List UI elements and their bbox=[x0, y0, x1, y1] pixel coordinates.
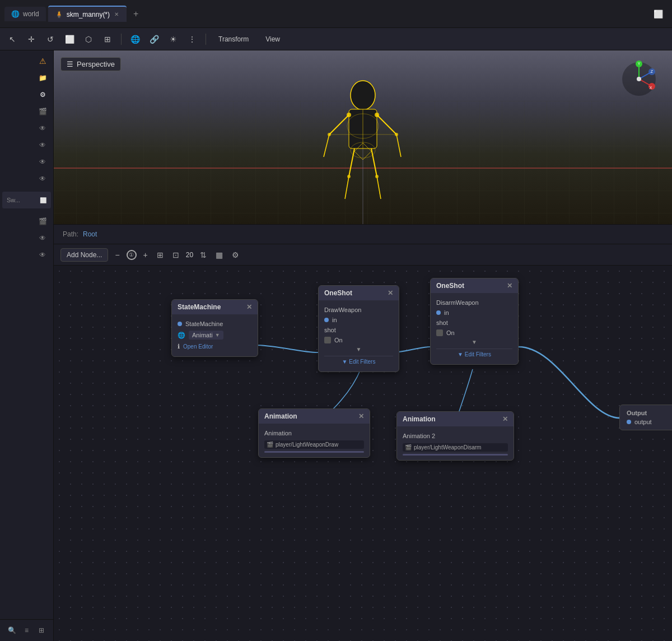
oneshot2-anim-row: DisarmWeapon bbox=[436, 298, 512, 308]
step-icon[interactable]: ① bbox=[127, 250, 137, 260]
animation2-path: 🎬 player/LightWeaponDisarm bbox=[403, 443, 508, 452]
animation1-node[interactable]: Animation ✕ Animation 🎬 player/LightWeap… bbox=[258, 408, 370, 458]
svg-point-21 bbox=[375, 175, 379, 178]
snap-tool-icon[interactable]: ⊞ bbox=[100, 31, 115, 47]
animation2-progress bbox=[403, 454, 508, 456]
animation1-type-label: Animation bbox=[264, 430, 292, 436]
tab-bar: 🌐 world 🧍 skm_manny(*) ✕ + bbox=[4, 6, 654, 22]
oneshot2-on-checkbox[interactable] bbox=[436, 329, 443, 336]
eye-icon-1[interactable]: 👁 bbox=[36, 122, 49, 134]
list-sidebar-icon[interactable]: ≡ bbox=[20, 624, 32, 637]
toolbar-separator-1 bbox=[121, 34, 122, 45]
skm-manny-tab-label: skm_manny(*) bbox=[67, 11, 110, 18]
scale-tool-icon[interactable]: ⬜ bbox=[62, 31, 77, 47]
eye-icon-4[interactable]: 👁 bbox=[36, 173, 49, 185]
camera-icon[interactable]: 🎬 bbox=[36, 105, 49, 118]
eye-icon-3[interactable]: 👁 bbox=[36, 156, 49, 168]
zoom-in-icon[interactable]: + bbox=[141, 248, 150, 262]
sidebar-eye-6-icon[interactable]: 👁 bbox=[36, 249, 49, 261]
tab-close-button[interactable]: ✕ bbox=[113, 10, 120, 18]
svg-line-8 bbox=[396, 134, 401, 157]
tab-skm-manny[interactable]: 🧍 skm_manny(*) ✕ bbox=[48, 6, 127, 22]
animation-chevron-icon: ▼ bbox=[215, 332, 220, 338]
animation1-path-text: player/LightWeaponDraw bbox=[276, 442, 338, 448]
open-editor-icon: ℹ bbox=[178, 343, 180, 350]
oneshot2-close[interactable]: ✕ bbox=[507, 282, 512, 290]
oneshot1-expand[interactable]: ▼ bbox=[324, 345, 393, 354]
connect-icon[interactable]: ⊞ bbox=[155, 248, 166, 262]
add-node-button[interactable]: Add Node... bbox=[60, 248, 108, 262]
settings-icon[interactable]: ⋮ bbox=[184, 31, 200, 47]
svg-text:Z: Z bbox=[651, 69, 654, 73]
grid-view-icon[interactable]: ▦ bbox=[213, 248, 225, 262]
search-sidebar-icon[interactable]: 🔍 bbox=[6, 624, 18, 637]
sidebar-sw-strip[interactable]: Sw... ⬜ bbox=[2, 192, 51, 208]
eye-icon-2[interactable]: 👁 bbox=[36, 139, 49, 151]
animation1-progress bbox=[264, 451, 364, 453]
node-canvas[interactable]: StateMachine ✕ StateMachine 🌐 Animati bbox=[54, 266, 672, 641]
output-node[interactable]: Output output bbox=[619, 405, 672, 430]
open-editor-row[interactable]: ℹ Open Editor bbox=[178, 341, 252, 352]
node-graph[interactable]: StateMachine ✕ StateMachine 🌐 Animati bbox=[54, 266, 672, 641]
warning-icon[interactable]: ⚠ bbox=[36, 55, 49, 67]
state-machine-node[interactable]: StateMachine ✕ StateMachine 🌐 Animati bbox=[171, 299, 258, 357]
animation-select[interactable]: Animati ▼ bbox=[189, 331, 223, 340]
zoom-level: 20 bbox=[186, 251, 193, 259]
grid-sidebar-icon[interactable]: ⊞ bbox=[35, 624, 48, 637]
svg-line-10 bbox=[345, 176, 349, 199]
oneshot1-node[interactable]: OneShot ✕ DrawWeapon in shot bbox=[318, 285, 399, 372]
sidebar-eye-5-icon[interactable]: 👁 bbox=[36, 232, 49, 244]
svg-line-9 bbox=[349, 148, 354, 176]
animation2-body: Animation 2 🎬 player/LightWeaponDisarm bbox=[397, 426, 514, 460]
settings-sidebar-icon[interactable]: ⚙ bbox=[36, 89, 49, 101]
state-machine-title: StateMachine bbox=[178, 303, 221, 311]
oneshot2-in-port bbox=[436, 310, 441, 315]
link-tool-icon[interactable]: 🔗 bbox=[146, 31, 162, 47]
oneshot1-close[interactable]: ✕ bbox=[388, 289, 393, 297]
animation1-type-row: Animation bbox=[264, 428, 364, 438]
oneshot1-edit-filters[interactable]: ▼ Edit Filters bbox=[324, 356, 393, 367]
select-tool-icon[interactable]: ↖ bbox=[4, 31, 20, 47]
editor-toolbar: ↖ ✛ ↺ ⬜ ⬡ ⊞ 🌐 🔗 ☀ ⋮ Transform View bbox=[0, 28, 672, 50]
state-machine-close[interactable]: ✕ bbox=[246, 303, 252, 311]
zoom-out-icon[interactable]: − bbox=[113, 248, 122, 262]
light-tool-icon[interactable]: ☀ bbox=[165, 31, 181, 47]
state-machine-type-label: StateMachine bbox=[185, 320, 223, 327]
svg-line-5 bbox=[329, 115, 349, 134]
move-tool-icon[interactable]: ✛ bbox=[24, 31, 39, 47]
svg-point-20 bbox=[347, 175, 351, 178]
oneshot1-on-checkbox[interactable] bbox=[324, 337, 331, 343]
oneshot2-edit-filters[interactable]: ▼ Edit Filters bbox=[436, 349, 512, 360]
pivot-tool-icon[interactable]: ⬡ bbox=[81, 31, 96, 47]
oneshot2-in-row: in bbox=[436, 308, 512, 318]
oneshot2-expand[interactable]: ▼ bbox=[436, 338, 512, 346]
top-bar: 🌐 world 🧍 skm_manny(*) ✕ + ⬜ bbox=[0, 0, 672, 28]
folder-icon[interactable]: 📁 bbox=[36, 72, 49, 84]
node-settings-icon[interactable]: ⚙ bbox=[230, 248, 241, 262]
view-button[interactable]: View bbox=[259, 33, 287, 45]
maximize-button[interactable]: ⬜ bbox=[654, 10, 668, 18]
open-editor-button[interactable]: Open Editor bbox=[183, 343, 213, 350]
tab-world[interactable]: 🌐 world bbox=[4, 7, 46, 21]
path-root-link[interactable]: Root bbox=[83, 230, 97, 238]
layout-icon[interactable]: ⊡ bbox=[170, 248, 181, 262]
animation1-close[interactable]: ✕ bbox=[358, 412, 364, 420]
transform-button[interactable]: Transform bbox=[212, 33, 255, 45]
3d-viewport[interactable]: ☰ Perspective bbox=[54, 50, 672, 224]
svg-point-16 bbox=[347, 113, 351, 117]
animation2-close[interactable]: ✕ bbox=[502, 415, 508, 423]
sort-icon[interactable]: ⇅ bbox=[198, 248, 209, 262]
material-tool-icon[interactable]: 🌐 bbox=[127, 31, 143, 47]
output-header: Output bbox=[627, 410, 668, 416]
state-machine-anim-row[interactable]: 🌐 Animati ▼ bbox=[178, 329, 252, 341]
animation2-node[interactable]: Animation ✕ Animation 2 🎬 player/LightWe… bbox=[396, 411, 514, 461]
svg-line-11 bbox=[371, 148, 377, 176]
oneshot2-in-label: in bbox=[444, 309, 449, 316]
add-tab-button[interactable]: + bbox=[129, 7, 143, 21]
rotate-tool-icon[interactable]: ↺ bbox=[43, 31, 58, 47]
skm-manny-tab-icon: 🧍 bbox=[55, 11, 63, 18]
sidebar-camera-2-icon[interactable]: 🎬 bbox=[36, 215, 49, 227]
oneshot1-body: DrawWeapon in shot On ▼ bbox=[319, 300, 399, 371]
oneshot2-node[interactable]: OneShot ✕ DisarmWeapon in shot bbox=[430, 278, 519, 365]
perspective-label[interactable]: ☰ Perspective bbox=[60, 57, 121, 71]
